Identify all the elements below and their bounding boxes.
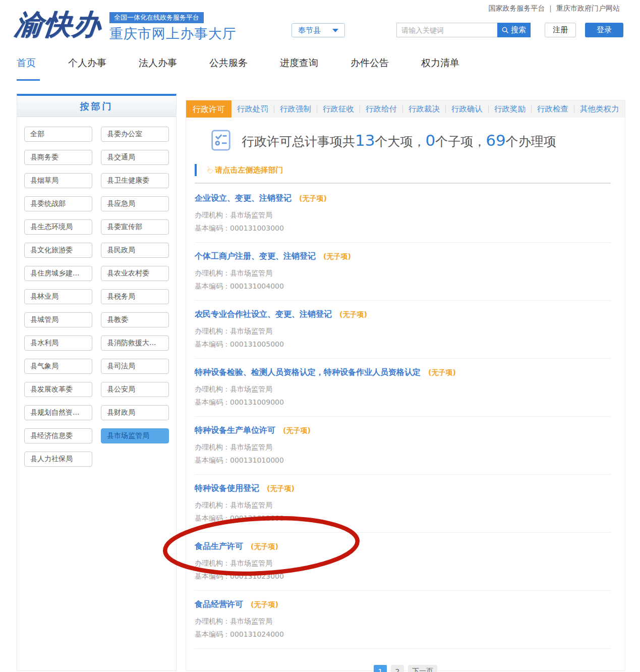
portal-links[interactable]: 国家政务服务平台 ｜ 重庆市政府门户网站 <box>488 4 620 13</box>
login-button[interactable]: 登录 <box>585 23 623 37</box>
power-type-tab[interactable]: 行政确认 <box>446 105 489 113</box>
main-nav: 首页 个人办事 法人办事 公共服务 进度查询 办件公告 权力清单 <box>17 57 459 70</box>
nav-item[interactable]: 法人办事 <box>139 57 177 70</box>
department-button[interactable]: 县气象局 <box>24 359 92 374</box>
nav-item[interactable]: 公共服务 <box>209 57 248 70</box>
search-button[interactable]: 搜索 <box>497 23 531 37</box>
register-button[interactable]: 注册 <box>545 23 576 37</box>
region-selected-label: 奉节县 <box>298 26 321 35</box>
item-title-row: 特种设备检验、检测人员资格认定，特种设备作业人员资格认定 (无子项) <box>195 367 611 378</box>
department-button[interactable]: 县公安局 <box>101 382 169 397</box>
item-title-link[interactable]: 食品生产许可 <box>195 541 243 551</box>
logo-subtitle: 重庆市网上办事大厅 <box>109 25 237 43</box>
code-value: 000131003000 <box>230 224 284 232</box>
search-button-label: 搜索 <box>511 25 526 35</box>
agency-row: 办理机构：县市场监管局 <box>195 324 611 338</box>
department-button[interactable]: 县规划自然资... <box>24 405 92 420</box>
summary-text: 行政许可总计事项共13个大项，0个子项，69个办理项 <box>242 131 556 150</box>
no-subitem-tag: (无子项) <box>251 600 278 608</box>
power-type-tab[interactable]: 行政许可 <box>186 100 231 118</box>
code-value: 000131005000 <box>230 340 284 348</box>
department-button[interactable]: 县教委 <box>101 312 169 327</box>
department-button[interactable]: 县文化旅游委 <box>24 243 92 258</box>
item-title-row: 食品经营许可 (无子项) <box>195 599 611 610</box>
code-value: 000131011000 <box>230 514 284 522</box>
department-button[interactable]: 全部 <box>24 127 92 142</box>
item-title-link[interactable]: 食品经营许可 <box>195 599 243 609</box>
nav-item[interactable]: 首页 <box>17 57 36 70</box>
department-button[interactable]: 县司法局 <box>101 359 169 374</box>
item-meta: 办理机构：县市场监管局 基本编码：000131010000 <box>195 440 611 467</box>
next-page-button[interactable]: 下一页 <box>408 665 437 672</box>
summary-row: 行政许可总计事项共13个大项，0个子项，69个办理项 <box>186 118 625 152</box>
logo-badge: 全国一体化在线政务服务平台 <box>109 12 204 23</box>
department-button[interactable]: 县应急局 <box>101 196 169 211</box>
department-button[interactable]: 县住房城乡建... <box>24 266 92 281</box>
department-button[interactable]: 县委统战部 <box>24 196 92 211</box>
hint-text: 请点击左侧选择部门 <box>215 165 283 175</box>
power-type-tab[interactable]: 行政处罚 <box>231 105 274 113</box>
agency-value: 县市场监管局 <box>230 385 272 393</box>
code-value: 000131023000 <box>230 572 284 580</box>
department-button[interactable]: 县委宣传部 <box>101 219 169 235</box>
item-meta: 办理机构：县市场监管局 基本编码：000131004000 <box>195 266 611 293</box>
item-title-row: 个体工商户注册、变更、注销登记 (无子项) <box>195 251 611 262</box>
department-button[interactable]: 县交通局 <box>101 150 169 165</box>
search-bar: 搜索 <box>396 23 531 37</box>
department-button[interactable]: 县经济信息委 <box>24 428 92 443</box>
department-button[interactable]: 县人力社保局 <box>24 452 92 467</box>
service-item: 食品经营许可 (无子项) 办理机构：县市场监管局 基本编码：0001310240… <box>195 591 611 649</box>
power-type-tab[interactable]: 行政征收 <box>317 105 360 113</box>
department-button[interactable]: 县卫生健康委 <box>101 173 169 188</box>
agency-value: 县市场监管局 <box>230 443 272 451</box>
nav-item[interactable]: 权力清单 <box>421 57 459 70</box>
nav-item[interactable]: 办件公告 <box>351 57 389 70</box>
no-subitem-tag: (无子项) <box>428 368 456 376</box>
item-title-link[interactable]: 特种设备检验、检测人员资格认定，特种设备作业人员资格认定 <box>195 367 421 377</box>
department-button[interactable]: 县财政局 <box>101 405 169 420</box>
item-meta: 办理机构：县市场监管局 基本编码：000131011000 <box>195 498 611 525</box>
item-title-link[interactable]: 个体工商户注册、变更、注销登记 <box>195 251 316 261</box>
department-button[interactable]: 县民政局 <box>101 243 169 258</box>
code-row: 基本编码：000131024000 <box>195 628 611 641</box>
power-type-tab[interactable]: 行政给付 <box>360 105 403 113</box>
department-button[interactable]: 县发展改革委 <box>24 382 92 397</box>
power-type-tab[interactable]: 行政强制 <box>274 105 317 113</box>
department-button[interactable]: 县委办公室 <box>101 127 169 142</box>
agency-row: 办理机构：县市场监管局 <box>195 208 611 221</box>
nav-item[interactable]: 进度查询 <box>280 57 318 70</box>
service-item: 企业设立、变更、注销登记 (无子项) 办理机构：县市场监管局 基本编码：0001… <box>195 185 611 243</box>
service-item: 农民专业合作社设立、变更、注销登记 (无子项) 办理机构：县市场监管局 基本编码… <box>195 301 611 359</box>
power-type-tab[interactable]: 行政奖励 <box>489 105 532 113</box>
department-button[interactable]: 县税务局 <box>101 289 169 304</box>
item-title-link[interactable]: 企业设立、变更、注销登记 <box>195 193 292 203</box>
item-title-link[interactable]: 特种设备生产单位许可 <box>195 425 275 435</box>
department-button[interactable]: 县城管局 <box>24 312 92 327</box>
no-subitem-tag: (无子项) <box>267 484 295 492</box>
department-button[interactable]: 县消防救援大... <box>101 335 169 351</box>
department-button[interactable]: 县市场监管局 <box>101 428 169 443</box>
search-input[interactable] <box>396 23 497 37</box>
agency-value: 县市场监管局 <box>230 559 272 567</box>
item-meta: 办理机构：县市场监管局 基本编码：000131024000 <box>195 614 611 641</box>
department-button[interactable]: 县烟草局 <box>24 173 92 188</box>
power-type-tab[interactable]: 行政裁决 <box>403 105 446 113</box>
item-meta: 办理机构：县市场监管局 基本编码：000131009000 <box>195 382 611 409</box>
page-button[interactable]: 1 <box>374 665 387 672</box>
department-button[interactable]: 县林业局 <box>24 289 92 304</box>
department-button[interactable]: 县商务委 <box>24 150 92 165</box>
nav-item[interactable]: 个人办事 <box>68 57 106 70</box>
item-title-link[interactable]: 农民专业合作社设立、变更、注销登记 <box>195 309 332 319</box>
code-value: 000131024000 <box>230 630 284 638</box>
department-button[interactable]: 县水利局 <box>24 335 92 351</box>
department-button[interactable]: 县生态环境局 <box>24 219 92 235</box>
power-type-tab[interactable]: 行政检查 <box>532 105 574 113</box>
department-button[interactable]: 县农业农村委 <box>101 266 169 281</box>
page-button[interactable]: 2 <box>391 665 404 672</box>
item-meta: 办理机构：县市场监管局 基本编码：000131023000 <box>195 556 611 583</box>
item-title-link[interactable]: 特种设备使用登记 <box>195 483 259 493</box>
region-selector[interactable]: 奉节县 <box>292 23 345 37</box>
power-type-tab[interactable]: 其他类权力 <box>574 105 625 113</box>
service-item: 个体工商户注册、变更、注销登记 (无子项) 办理机构：县市场监管局 基本编码：0… <box>195 243 611 301</box>
service-item: 食品生产许可 (无子项) 办理机构：县市场监管局 基本编码：0001310230… <box>195 533 611 591</box>
